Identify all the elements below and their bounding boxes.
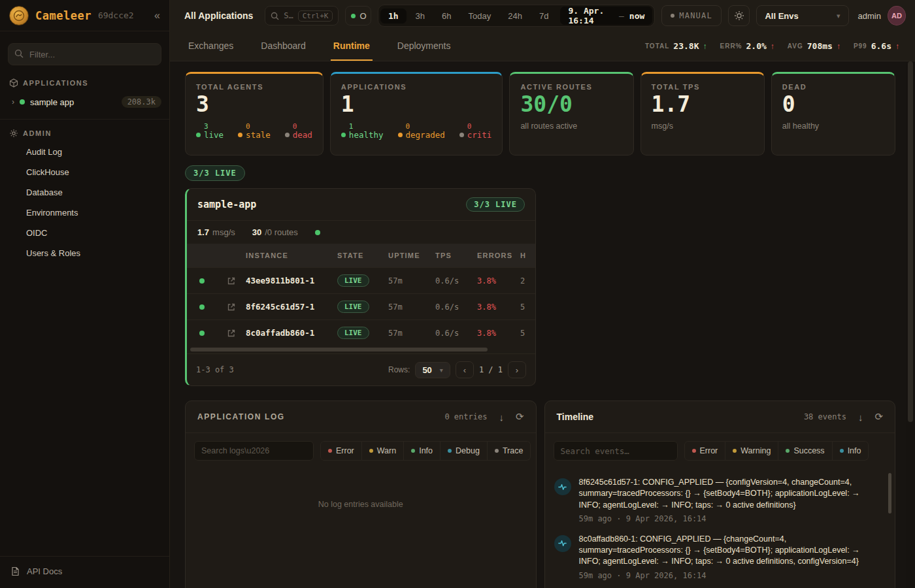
card-substats: 3live 0stale 0dead	[196, 123, 312, 140]
filter-error-button[interactable]: Error	[320, 441, 362, 461]
table-row[interactable]: 8c0affadb860-1 LIVE 57m 0.6/s 3.8% 5	[187, 319, 535, 346]
timeline-event[interactable]: 8f6245c61d57-1: CONFIG_APPLIED — {config…	[545, 468, 895, 525]
brand-version: 69dcce2	[98, 10, 134, 20]
filter-debug-button[interactable]: Debug	[441, 441, 488, 461]
filter-input[interactable]	[8, 43, 161, 65]
timeline-event[interactable]: 43ee9811b801-1: CONFIG_APPLIED — {change…	[545, 582, 895, 588]
sidebar-item-api-docs[interactable]: API Docs	[0, 556, 169, 588]
filter-label: Trace	[503, 446, 524, 455]
tab-deployments[interactable]: Deployments	[395, 31, 454, 61]
card-active-routes: ACTIVE ROUTES 30/0 all routes active	[509, 72, 633, 155]
card-value: 3	[196, 93, 312, 116]
instance-status-dot	[199, 278, 205, 284]
filter-success-button[interactable]: Success	[778, 441, 832, 461]
range-1h-button[interactable]: 1h	[380, 8, 407, 24]
horizontal-scrollbar[interactable]	[189, 347, 533, 352]
range-today-button[interactable]: Today	[461, 8, 499, 24]
sidebar-item-audit-log[interactable]: Audit Log	[0, 142, 169, 162]
kpi-err: ERR% 2.0% ↑	[720, 41, 774, 51]
filter-error-button[interactable]: Error	[684, 441, 726, 461]
timeline-search-input[interactable]	[554, 441, 678, 461]
col-uptime: UPTIME	[388, 252, 435, 259]
external-link-icon[interactable]	[227, 329, 236, 338]
chevron-right-icon[interactable]: ›	[12, 97, 14, 106]
refresh-icon[interactable]: ⟳	[516, 411, 524, 423]
tab-exchanges[interactable]: Exchanges	[186, 31, 236, 61]
theme-toggle-button[interactable]	[728, 5, 750, 26]
kpi-value: 708ms	[807, 41, 833, 51]
online-toggle[interactable]: O	[345, 6, 371, 25]
health-dot	[315, 230, 320, 235]
sidebar-collapse-icon[interactable]: «	[154, 10, 160, 22]
brand-name: Cameleer	[35, 9, 92, 22]
routes-value: 30	[252, 227, 261, 237]
environment-select[interactable]: All Envs ▾	[756, 5, 848, 26]
prev-page-button[interactable]: ‹	[456, 361, 474, 378]
warning-dot	[733, 449, 737, 453]
clipped-value: 5	[520, 302, 535, 312]
rows-per-page-select[interactable]: 50 ▾	[415, 362, 450, 378]
timeline-event-count: 38 events	[804, 412, 846, 421]
range-7d-button[interactable]: 7d	[531, 8, 556, 24]
card-value: 1.7	[652, 93, 754, 116]
sidebar-item-database[interactable]: Database	[0, 182, 169, 203]
range-3h-button[interactable]: 3h	[408, 8, 433, 24]
manual-mode-button[interactable]: MANUAL	[661, 5, 722, 26]
col-h-clipped: H	[520, 252, 535, 259]
sidebar-item-oidc[interactable]: OIDC	[0, 223, 169, 243]
scrollbar-thumb[interactable]	[190, 348, 488, 351]
tab-dashboard[interactable]: Dashboard	[258, 31, 308, 61]
date-range-pill[interactable]: 9. Apr. 16:14 – now	[560, 7, 652, 25]
main-area: All Applications S… Ctrl+K O 1h 3h 6h To…	[170, 0, 915, 588]
activity-pulse-icon	[554, 535, 571, 552]
filter-info-button[interactable]: Info	[404, 441, 441, 461]
external-link-icon[interactable]	[227, 276, 236, 286]
tabs-bar: Exchanges Dashboard Runtime Deployments …	[170, 31, 915, 61]
tps-value: 0.6/s	[435, 329, 477, 338]
card-subtext: all routes active	[520, 122, 622, 131]
sidebar-item-environments[interactable]: Environments	[0, 203, 169, 223]
env-label: All Envs	[765, 11, 798, 21]
kpi-label: AVG	[788, 42, 803, 50]
download-icon[interactable]: ↓	[499, 412, 504, 423]
timeline-scrollbar-thumb[interactable]	[888, 473, 891, 514]
download-icon[interactable]: ↓	[858, 412, 863, 423]
page-scrollbar-thumb[interactable]	[908, 61, 913, 422]
table-row[interactable]: 43ee9811b801-1 LIVE 57m 0.6/s 3.8% 2	[187, 267, 535, 293]
log-level-filters: Error Warn Info Debug Trace	[320, 441, 531, 461]
refresh-icon[interactable]: ⟳	[874, 411, 883, 423]
timeline-header: Timeline 38 events ↓ ⟳	[545, 401, 895, 433]
sidebar-item-clickhouse[interactable]: ClickHouse	[0, 162, 169, 182]
filter-info-button[interactable]: Info	[833, 441, 869, 461]
table-row[interactable]: 8f6245c61d57-1 LIVE 57m 0.6/s 3.8% 5	[187, 293, 535, 319]
dead-dot	[285, 133, 290, 137]
sidebar-filter	[8, 43, 161, 65]
card-label: ACTIVE ROUTES	[520, 83, 622, 91]
routes-unit: /0 routes	[265, 227, 298, 237]
sidebar-item-sample-app[interactable]: › sample app 208.3k	[0, 91, 169, 112]
arrow-up-icon: ↑	[837, 42, 840, 51]
filter-warn-button[interactable]: Warn	[362, 441, 404, 461]
rows-label: Rows:	[388, 365, 410, 374]
range-6h-button[interactable]: 6h	[434, 8, 459, 24]
log-search-input[interactable]	[194, 441, 314, 461]
state-badge: LIVE	[337, 301, 369, 313]
tps-value: 0.6/s	[435, 302, 477, 312]
filter-trace-button[interactable]: Trace	[488, 441, 531, 461]
external-link-icon[interactable]	[227, 302, 236, 312]
kpi-total: TOTAL 23.8K ↑	[645, 41, 707, 51]
range-24h-button[interactable]: 24h	[500, 8, 530, 24]
avatar[interactable]: AD	[888, 6, 906, 25]
filter-warning-button[interactable]: Warning	[725, 441, 778, 461]
kpi-strip: TOTAL 23.8K ↑ ERR% 2.0% ↑ AVG 708ms ↑ P9…	[645, 31, 899, 61]
uptime-value: 57m	[388, 276, 435, 286]
tab-runtime[interactable]: Runtime	[331, 31, 373, 61]
next-page-button[interactable]: ›	[508, 361, 526, 378]
sidebar-item-users-roles[interactable]: Users & Roles	[0, 243, 169, 263]
timeline-event[interactable]: 8c0affadb860-1: CONFIG_APPLIED — {change…	[545, 525, 895, 582]
global-search-button[interactable]: S… Ctrl+K	[265, 6, 339, 25]
page-scrollbar[interactable]	[906, 61, 915, 588]
healthy-dot	[341, 133, 346, 137]
arrow-up-icon: ↑	[703, 42, 707, 51]
event-time: 59m ago · 9 Apr 2026, 16:14	[579, 571, 881, 580]
